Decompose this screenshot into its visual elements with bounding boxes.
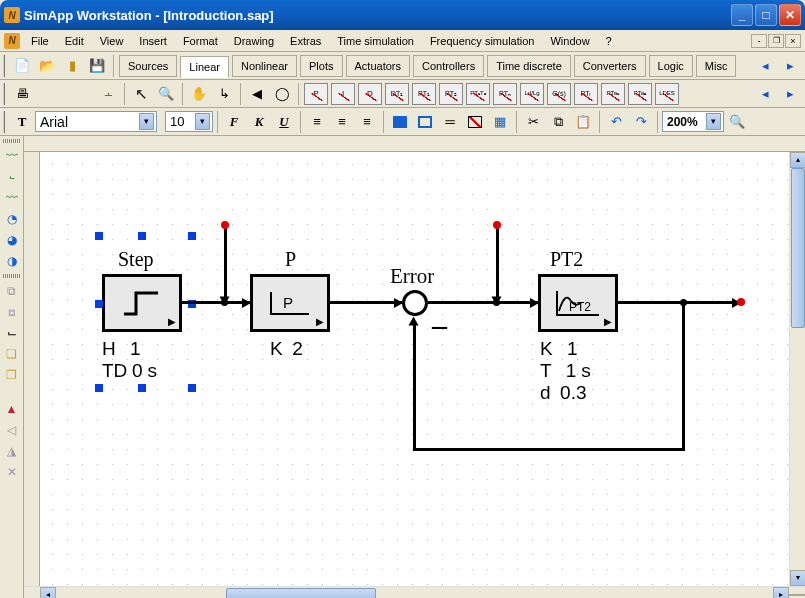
scrollbar-vertical[interactable]: ▴ ▾	[789, 152, 805, 586]
tab-actuators[interactable]: Actuators	[346, 55, 410, 77]
copy-button[interactable]: ⧉	[546, 110, 570, 134]
scroll-tabs-left-button[interactable]: ◂	[753, 54, 777, 78]
font-size-combo[interactable]: 10 ▾	[165, 111, 213, 132]
block-pta2[interactable]: PTa₂	[628, 83, 652, 105]
wire[interactable]	[413, 448, 685, 451]
palette-scroll-left-button[interactable]: ◂	[753, 82, 777, 106]
cut-button[interactable]: ✂	[521, 110, 545, 134]
tool-flip-h[interactable]: ▲	[2, 399, 22, 419]
tool-step[interactable]: ⨽	[2, 167, 22, 187]
menu-timesim[interactable]: Time simulation	[330, 33, 421, 49]
save-button[interactable]: 💾	[85, 54, 109, 78]
scroll-left-button[interactable]: ◂	[40, 587, 56, 599]
sum-block-button[interactable]: ◯	[270, 82, 294, 106]
tab-timediscrete[interactable]: Time discrete	[487, 55, 571, 77]
align-left-button[interactable]: ≡	[305, 110, 329, 134]
align-right-button[interactable]: ≡	[355, 110, 379, 134]
tool-anchor[interactable]: ⌙	[2, 323, 22, 343]
palette-scroll-right-button[interactable]: ▸	[778, 82, 802, 106]
line-color-button[interactable]	[413, 110, 437, 134]
paste-button[interactable]: 📋	[571, 110, 595, 134]
menu-edit[interactable]: Edit	[58, 33, 91, 49]
tab-linear[interactable]: Linear	[180, 56, 229, 78]
zoom-combo[interactable]: 200% ▾	[662, 111, 724, 132]
scroll-thumb-h[interactable]	[226, 588, 376, 599]
block-ldlg[interactable]: Ld/Lg	[520, 83, 544, 105]
tool-sine-wave[interactable]: 〰	[2, 146, 22, 166]
tool-time-sim[interactable]: ◔	[2, 209, 22, 229]
tool-flip-v[interactable]: ◁	[2, 420, 22, 440]
tool-send-back[interactable]: ❐	[2, 365, 22, 385]
tab-plots[interactable]: Plots	[300, 55, 342, 77]
menu-help[interactable]: ?	[599, 33, 619, 49]
wire[interactable]	[618, 301, 738, 304]
scrollbar-horizontal[interactable]: ◂ ▸	[24, 586, 805, 598]
folder-button[interactable]: ▮	[60, 54, 84, 78]
block-p[interactable]: P	[304, 83, 328, 105]
tab-sources[interactable]: Sources	[119, 55, 177, 77]
tab-logic[interactable]: Logic	[649, 55, 693, 77]
block-p[interactable]: P ▶	[250, 274, 330, 332]
tool-ungroup[interactable]: ⧈	[2, 302, 22, 322]
selection-handle[interactable]	[95, 384, 103, 392]
pan-tool-button[interactable]: ✋	[187, 82, 211, 106]
maximize-button[interactable]: □	[755, 4, 777, 26]
align-center-button[interactable]: ≡	[330, 110, 354, 134]
block-pt1[interactable]: PT₁	[412, 83, 436, 105]
wire[interactable]	[182, 301, 250, 304]
fill-color-button[interactable]	[388, 110, 412, 134]
selection-handle[interactable]	[138, 384, 146, 392]
block-step[interactable]: ▶	[102, 274, 182, 332]
probe-node[interactable]	[493, 221, 501, 229]
block-ptt[interactable]: PTₜ	[574, 83, 598, 105]
scroll-thumb-v[interactable]	[791, 168, 805, 328]
tab-nonlinear[interactable]: Nonlinear	[232, 55, 297, 77]
scroll-tabs-right-button[interactable]: ▸	[778, 54, 802, 78]
italic-button[interactable]: K	[247, 110, 271, 134]
tool-rotate[interactable]: ◮	[2, 441, 22, 461]
tool-time-chart[interactable]: ◕	[2, 230, 22, 250]
tab-converters[interactable]: Converters	[574, 55, 646, 77]
line-style-button[interactable]: ═	[438, 110, 462, 134]
block-pt1t2[interactable]: PT₁T₂	[466, 83, 490, 105]
block-pt2[interactable]: PT₂	[439, 83, 463, 105]
block-i[interactable]: I	[331, 83, 355, 105]
pointer-tool-button[interactable]: ↖	[129, 82, 153, 106]
tab-controllers[interactable]: Controllers	[413, 55, 484, 77]
scroll-right-button[interactable]: ▸	[773, 587, 789, 599]
selection-handle[interactable]	[188, 384, 196, 392]
block-ldes[interactable]: LDES	[655, 83, 679, 105]
selection-handle[interactable]	[95, 300, 103, 308]
mdi-minimize-button[interactable]: -	[751, 34, 767, 48]
tool-sine-wave-2[interactable]: 〰	[2, 188, 22, 208]
menu-freqsim[interactable]: Frequency simulation	[423, 33, 542, 49]
font-name-combo[interactable]: Arial ▾	[35, 111, 157, 132]
menu-file[interactable]: File	[24, 33, 56, 49]
wire[interactable]	[224, 227, 227, 304]
flip-button[interactable]: ◀	[245, 82, 269, 106]
output-node[interactable]	[737, 298, 745, 306]
undo-button[interactable]: ↶	[604, 110, 628, 134]
close-button[interactable]: ✕	[779, 4, 801, 26]
wire-tool-button[interactable]: ↳	[212, 82, 236, 106]
underline-button[interactable]: U	[272, 110, 296, 134]
tool-bring-front[interactable]: ❏	[2, 344, 22, 364]
probe-node[interactable]	[221, 221, 229, 229]
block-dt1[interactable]: DT₁	[385, 83, 409, 105]
mdi-close-button[interactable]: ×	[785, 34, 801, 48]
menu-view[interactable]: View	[93, 33, 131, 49]
wire[interactable]	[682, 301, 685, 451]
summing-junction[interactable]	[402, 290, 428, 316]
grid-button[interactable]: ▦	[488, 110, 512, 134]
block-ptn[interactable]: PTₙ	[493, 83, 517, 105]
no-fill-button[interactable]	[463, 110, 487, 134]
zoom-tool-button[interactable]: 🔍	[154, 82, 178, 106]
open-button[interactable]: 📂	[35, 54, 59, 78]
tool-close[interactable]: ✕	[2, 462, 22, 482]
block-d[interactable]: D	[358, 83, 382, 105]
selection-handle[interactable]	[188, 232, 196, 240]
tool-group[interactable]: ⧉	[2, 281, 22, 301]
selection-handle[interactable]	[95, 232, 103, 240]
new-button[interactable]: 📄	[10, 54, 34, 78]
probe-button[interactable]: ⫠	[96, 82, 120, 106]
